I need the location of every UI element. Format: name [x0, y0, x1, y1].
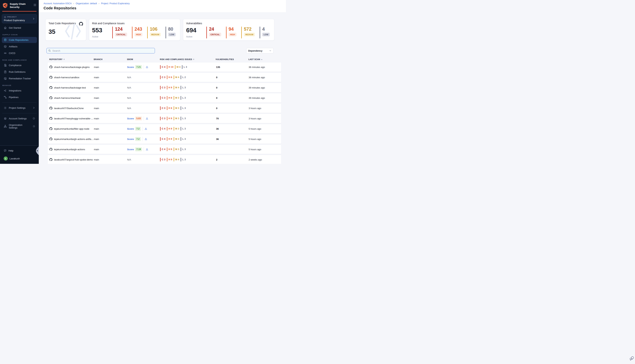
dependency-filter-dropdown[interactable]: Dependency [246, 48, 274, 54]
severity-count: 9 [171, 158, 172, 161]
severity-chip-high: H9 [167, 127, 172, 130]
column-header-repository[interactable]: REPOSITORY▲▼ [49, 58, 94, 60]
breadcrumb-link[interactable]: Project: Product Exploratory [101, 2, 130, 5]
severity-bar [174, 106, 174, 110]
severity-count: 3 [186, 66, 187, 68]
table-row[interactable]: tejakummarikuntla/gh-actions-artifactsma… [48, 134, 282, 144]
table-row[interactable]: shash-harness/backstage-testmainN/AC3H9M… [48, 83, 282, 92]
column-header-sbom: SBOM [127, 58, 160, 60]
repo-cell: shash-harness/shashwat [50, 96, 94, 99]
user-menu[interactable]: L Lavakush [2, 155, 37, 162]
vuln-severity-stats: 24CRITICAL94HIGH572MEDIUM4LOW [206, 27, 271, 38]
help-button[interactable]: Help [2, 148, 37, 153]
breadcrumb-link[interactable]: Account: Automation-SSCA [44, 2, 72, 5]
sbom-na: N/A [127, 76, 131, 79]
severity-letter: M [177, 66, 178, 68]
table-row[interactable]: lavakush07/argocd-hub-spoke-demomainN/AC… [48, 155, 282, 164]
severity-chip-high: H9 [167, 86, 172, 90]
sidebar-item-rule-definitions[interactable]: Rule Definitions [2, 69, 37, 75]
sidebar-item-remediation-tracker[interactable]: Remediation Tracker [2, 76, 37, 82]
download-sbom-icon[interactable] [144, 138, 147, 140]
severity-count: 8 [171, 96, 172, 99]
search-input[interactable] [47, 48, 155, 54]
sort-icon: ▲▼ [193, 58, 194, 60]
severity-letter: C [162, 107, 163, 110]
severity-chip-high: H9 [167, 148, 172, 151]
dependency-filter-value: Dependency [248, 50, 262, 52]
table-row[interactable]: shash-harness/shashwatmainN/AC3H8M3L3039… [48, 93, 282, 103]
repo-cell: lavakush07/StarbucksClone [50, 107, 94, 110]
sidebar-item-ci-cd[interactable]: CI/CD [2, 50, 37, 56]
sidebar-item-integrations[interactable]: Integrations [2, 88, 37, 94]
sidebar-item-project-settings[interactable]: Project Settings [2, 105, 37, 111]
severity-bar [182, 65, 183, 69]
help-label: Help [9, 149, 14, 152]
vulnerabilities-card: Vulnerabilities 694 Active 24CRITICAL94H… [183, 19, 274, 40]
project-selector[interactable]: PROJECT Product Exploratory [2, 14, 37, 23]
severity-letter: M [175, 86, 177, 89]
table-row[interactable]: tejakummarikuntla/gh-actionsmainScore7.1… [48, 144, 282, 154]
severity-count: 9 [171, 148, 172, 150]
module-grid-icon[interactable] [33, 3, 37, 6]
vulnerabilities-count: 0 [216, 76, 249, 79]
severity-chip-medium: M4 [175, 65, 180, 69]
brand-divider [2, 11, 37, 12]
severity-bar [181, 148, 181, 151]
severity-badge: HIGH [135, 33, 142, 36]
risk-severity-stats: 124CRITICAL243HIGH106MEDIUM80LOW [112, 27, 177, 38]
severity-letter: L [182, 96, 184, 99]
severity-chip-low: L3 [181, 86, 186, 90]
severity-bar [167, 76, 167, 79]
table-row[interactable]: lavakush07/StarbucksClonemainN/AC3H8M3L3… [48, 104, 282, 113]
sidebar-item-code-repositories[interactable]: Code Repositories [2, 37, 37, 43]
sidebar-item-artifacts[interactable]: Artifacts [2, 44, 37, 50]
sidebar-item-compliance[interactable]: Compliance [2, 62, 37, 68]
severity-count: 3 [185, 107, 186, 110]
severity-bar [174, 116, 174, 120]
total-repos-card: Total Code Repositories 35 [45, 19, 86, 40]
info-icon[interactable] [33, 117, 35, 120]
severity-letter: M [175, 158, 177, 161]
severity-badge: MEDIUM [150, 33, 161, 36]
breadcrumb-link[interactable]: Organization: default [76, 2, 97, 5]
repo-cell: shash-harness/backstage-plugins [50, 66, 94, 68]
column-label: VULNERABILITIES [216, 58, 234, 60]
branch-name: main [94, 76, 127, 79]
table-row[interactable]: tejakummarikuntla/filler-app-nodemainSco… [48, 124, 282, 134]
sidebar-item-account-settings[interactable]: Account Settings [2, 116, 37, 122]
severity-count: 8 [171, 107, 172, 110]
sbom-cell: Score5.83 [127, 116, 160, 121]
sidebar-nav: Get StartedSUPPLY CHAINCode Repositories… [0, 24, 39, 146]
supply-chain-security-shield-icon [2, 2, 8, 8]
avatar: L [4, 156, 8, 160]
severity-chip-critical: C3 [160, 76, 165, 79]
severity-letter: M [175, 148, 177, 150]
download-sbom-icon[interactable] [146, 117, 149, 120]
table-row[interactable]: shash-harness/sandboxmainN/AC3H8M4L2036 … [48, 72, 282, 82]
severity-letter: H [169, 148, 170, 150]
download-sbom-icon[interactable] [144, 127, 147, 130]
severity-letter: M [175, 117, 177, 120]
severity-badge: CRITICAL [115, 33, 127, 36]
severity-bar [160, 96, 161, 100]
severity-count: 3 [164, 76, 165, 78]
severity-chip-medium: M4 [174, 86, 179, 90]
sidebar-item-organization-settings[interactable]: Organization Settings [2, 122, 37, 130]
risk-issues-count: 553 [92, 27, 102, 34]
repo-name: tejakummarikuntla/gh-actions-artifacts [54, 138, 94, 140]
sidebar-item-pipelines[interactable]: Pipelines [2, 94, 37, 100]
severity-count: 3 [178, 148, 179, 150]
severity-count: 3 [164, 117, 165, 120]
download-sbom-icon[interactable] [146, 66, 149, 68]
risk-issues-cell: C3H8M3L3 [160, 106, 216, 110]
table-row[interactable]: shash-harness/backstage-pluginsmainScore… [48, 62, 282, 72]
table-row[interactable]: lavakush07/easybuggy-vulnerable-app...ma… [48, 114, 282, 123]
severity-count: 4 [164, 138, 165, 140]
severity-badge: LOW [262, 33, 270, 36]
sidebar-item-get-started[interactable]: Get Started [2, 25, 37, 31]
info-icon[interactable] [33, 125, 35, 128]
severity-chip-medium: M3 [174, 116, 179, 120]
column-header-last-scan[interactable]: LAST SCAN▲ [248, 58, 280, 60]
download-sbom-icon[interactable] [146, 148, 149, 151]
column-header-risk-and-compliance-issues[interactable]: RISK AND COMPLIANCE ISSUES▲▼ [160, 58, 216, 60]
